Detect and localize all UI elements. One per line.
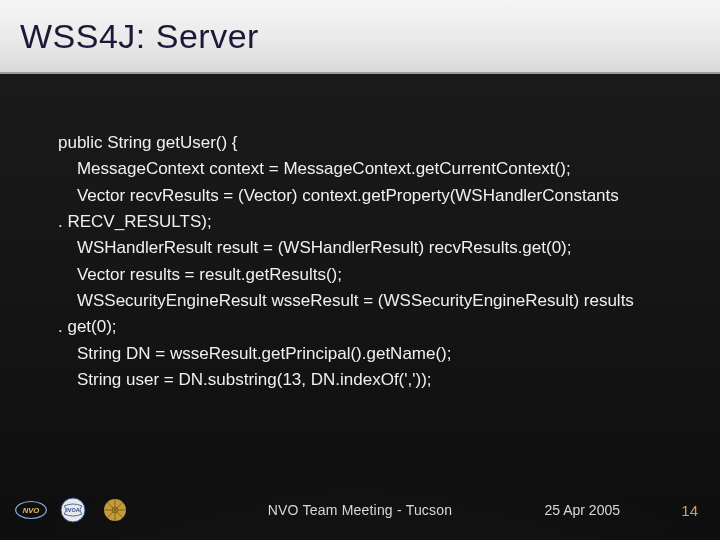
slide-body: public String getUser() { MessageContext… xyxy=(58,130,700,393)
code-line: . RECV_RESULTS); xyxy=(58,209,700,235)
code-line: String DN = wsseResult.getPrincipal().ge… xyxy=(58,341,700,367)
code-line: MessageContext context = MessageContext.… xyxy=(58,156,700,182)
code-line: public String getUser() { xyxy=(58,130,700,156)
code-line: WSHandlerResult result = (WSHandlerResul… xyxy=(58,235,700,261)
footer: NVO IVOA NVO Team xyxy=(0,490,720,530)
footer-date: 25 Apr 2005 xyxy=(544,502,620,518)
code-line: WSSecurityEngineResult wsseResult = (WSS… xyxy=(58,288,700,314)
code-line: Vector recvResults = (Vector) context.ge… xyxy=(58,183,700,209)
title-bar: WSS4J: Server xyxy=(0,0,720,74)
code-line: String user = DN.substring(13, DN.indexO… xyxy=(58,367,700,393)
footer-page-number: 14 xyxy=(681,502,698,519)
slide-title: WSS4J: Server xyxy=(20,17,259,56)
code-line: Vector results = result.getResults(); xyxy=(58,262,700,288)
code-line: . get(0); xyxy=(58,314,700,340)
